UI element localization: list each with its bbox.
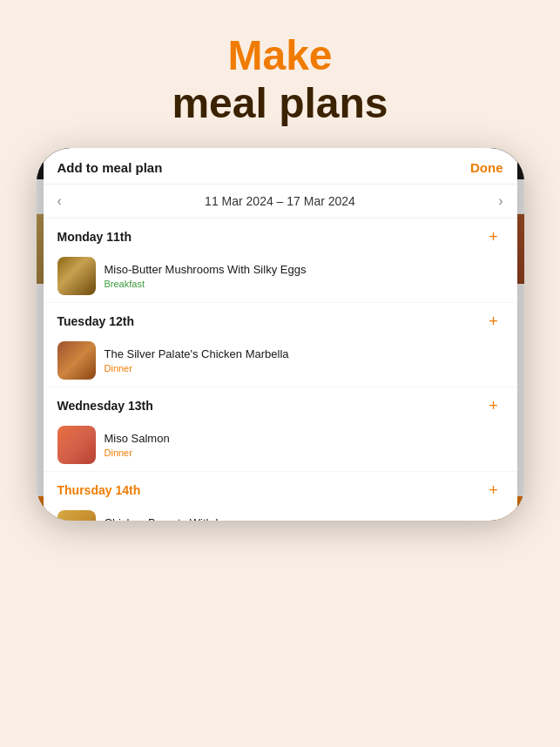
day-section-tuesday: Tuesday 12th + The Silver Palate's Chick… — [44, 303, 517, 387]
prev-week-button[interactable]: ‹ — [57, 193, 62, 209]
recipe-item-miso-salmon: Miso Salmon Dinner — [44, 421, 517, 471]
day-label-wednesday: Wednesday 13th — [57, 399, 153, 413]
add-recipe-wednesday-button[interactable]: + — [484, 396, 503, 415]
recipe-info-miso-salmon: Miso Salmon Dinner — [105, 432, 503, 459]
day-header-monday: Monday 11th + — [44, 219, 517, 252]
day-section-thursday: Thursday 14th + Chicken Breasts With Lem… — [44, 472, 517, 496]
day-header-thursday: Thursday 14th + — [44, 472, 517, 496]
day-section-monday: Monday 11th + Miso-Butter Mushrooms With… — [44, 219, 517, 303]
day-section-wednesday: Wednesday 13th + Miso Salmon Dinner — [44, 387, 517, 472]
device-screen: ‹ Back ⬆ ••• Au... — [37, 179, 524, 496]
device-frame: ‹ Back ⬆ ••• Au... — [37, 148, 524, 521]
hero-title-line1: Make — [172, 31, 388, 79]
add-recipe-monday-button[interactable]: + — [484, 227, 503, 246]
day-label-tuesday: Tuesday 12th — [57, 314, 134, 328]
recipe-meal-type-miso-mushrooms: Breakfast — [105, 279, 503, 289]
recipe-name-miso-salmon: Miso Salmon — [105, 432, 503, 447]
day-label-monday: Monday 11th — [57, 230, 132, 244]
day-header-wednesday: Wednesday 13th + — [44, 387, 517, 421]
recipe-info-miso-mushrooms: Miso-Butter Mushrooms With Silky Eggs Br… — [105, 263, 503, 290]
recipe-name-miso-mushrooms: Miso-Butter Mushrooms With Silky Eggs — [105, 263, 503, 278]
modal-overlay: Add to meal plan Done ‹ 11 Mar 2024 – 17… — [37, 179, 524, 496]
recipe-meal-type-miso-salmon: Dinner — [105, 448, 503, 458]
recipe-thumb-miso-mushrooms — [57, 257, 96, 295]
next-week-button[interactable]: › — [498, 193, 503, 209]
hero-title-line2: meal plans — [172, 79, 388, 127]
day-header-tuesday: Tuesday 12th + — [44, 303, 517, 336]
recipe-info-chicken-marbella: The Silver Palate's Chicken Marbella Din… — [105, 347, 503, 374]
recipe-item-miso-mushrooms: Miso-Butter Mushrooms With Silky Eggs Br… — [44, 252, 517, 302]
hero-section: Make meal plans — [172, 0, 388, 148]
recipe-thumb-chicken-marbella — [57, 341, 96, 380]
add-recipe-thursday-button[interactable]: + — [484, 481, 503, 496]
add-to-meal-plan-modal: Add to meal plan Done ‹ 11 Mar 2024 – 17… — [44, 179, 517, 496]
modal-body: Monday 11th + Miso-Butter Mushrooms With… — [44, 219, 517, 496]
recipe-thumb-miso-salmon — [57, 426, 96, 464]
day-label-thursday: Thursday 14th — [57, 483, 141, 496]
recipe-item-chicken-marbella: The Silver Palate's Chicken Marbella Din… — [44, 336, 517, 387]
recipe-name-chicken-marbella: The Silver Palate's Chicken Marbella — [105, 347, 503, 362]
modal-date-nav: ‹ 11 Mar 2024 – 17 Mar 2024 › — [44, 185, 517, 219]
date-range-label: 11 Mar 2024 – 17 Mar 2024 — [205, 194, 355, 208]
add-recipe-tuesday-button[interactable]: + — [484, 312, 503, 331]
recipe-meal-type-chicken-marbella: Dinner — [105, 363, 503, 374]
